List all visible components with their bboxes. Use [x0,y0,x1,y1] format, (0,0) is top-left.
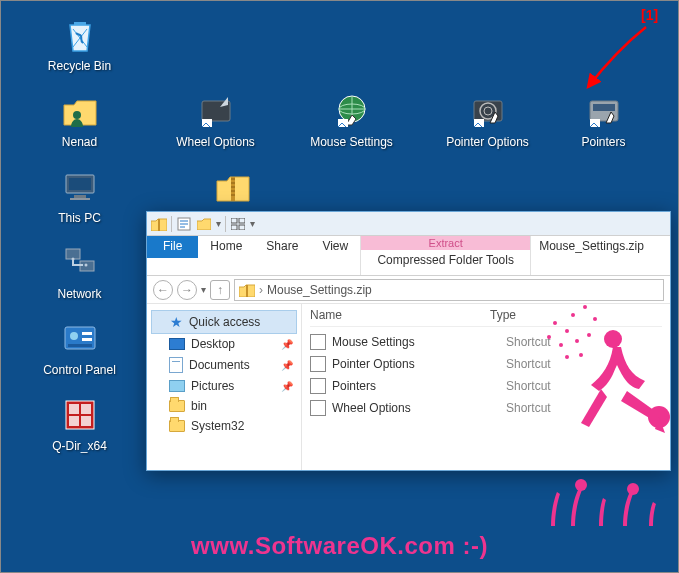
file-name: Pointer Options [332,357,506,371]
desktop-icon-mouse-settings[interactable]: Mouse Settings [309,89,394,149]
quick-access-toolbar: ▾ ▾ [147,212,670,236]
svg-point-52 [575,479,587,491]
file-icon [310,334,326,350]
annotation-marker: [1] [641,7,658,23]
explorer-window[interactable]: ▾ ▾ File Home Share View Extract Compres… [146,211,671,471]
nav-item-pictures[interactable]: Pictures 📌 [147,376,301,396]
desktop-icon-label: Recycle Bin [48,59,111,73]
ribbon-tab-share[interactable]: Share [254,236,310,258]
svg-rect-29 [593,104,615,111]
chevron-down-icon[interactable]: ▾ [250,218,255,229]
nav-item-documents[interactable]: Documents 📌 [147,354,301,376]
properties-icon[interactable] [176,216,192,232]
desktop-icon-control-panel[interactable]: Control Panel [37,317,122,377]
file-row[interactable]: Wheel Options Shortcut [310,397,662,419]
address-bar: ← → ▾ ↑ › Mouse_Settings.zip [147,276,670,304]
svg-rect-17 [69,416,79,426]
file-icon [310,378,326,394]
nav-item-label: Pictures [191,379,234,393]
ribbon-tab-view[interactable]: View [310,236,360,258]
nav-back-button[interactable]: ← [153,280,173,300]
star-icon: ★ [170,314,183,330]
desktop-icon-nenad[interactable]: Nenad [37,89,122,149]
pictures-icon [169,380,185,392]
pointers-icon [582,89,626,133]
svg-rect-15 [69,404,79,414]
nav-item-bin[interactable]: bin [147,396,301,416]
file-icon [310,356,326,372]
address-field[interactable]: › Mouse_Settings.zip [234,279,664,301]
file-row[interactable]: Pointer Options Shortcut [310,353,662,375]
nav-item-label: Quick access [189,315,260,329]
window-title: Mouse_Settings.zip [530,236,670,275]
file-row[interactable]: Pointers Shortcut [310,375,662,397]
history-chevron-icon[interactable]: ▾ [201,284,206,295]
svg-point-10 [70,332,78,340]
desktop-icon-label: Mouse Settings [310,135,393,149]
ribbon-context-tab[interactable]: Compressed Folder Tools [371,250,520,267]
zip-folder-icon [151,216,167,232]
svg-rect-35 [239,218,245,223]
desktop-icon-label: Nenad [62,135,97,149]
nav-up-button[interactable]: ↑ [210,280,230,300]
control-panel-icon [58,317,102,361]
nav-item-label: bin [191,399,207,413]
desktop-icon-network[interactable]: Network [37,241,122,301]
folder-icon [169,400,185,412]
view-options-icon[interactable] [230,216,246,232]
ribbon-file-tab[interactable]: File [147,236,198,258]
desktop-icon-label: This PC [58,211,101,225]
new-folder-icon[interactable] [196,216,212,232]
explorer-body: ★ Quick access Desktop 📌 Documents 📌 Pic… [147,304,670,470]
mouse-settings-icon [330,89,374,133]
column-header-name[interactable]: Name [310,308,490,322]
user-folder-icon [58,89,102,133]
desktop-icon-recycle-bin[interactable]: Recycle Bin [37,13,122,73]
svg-point-8 [84,264,87,267]
this-pc-icon [58,165,102,209]
separator [171,216,172,232]
svg-point-7 [71,258,74,261]
nav-forward-button[interactable]: → [177,280,197,300]
svg-rect-38 [246,285,248,297]
zip-folder-icon [239,283,255,297]
file-row[interactable]: Mouse Settings Shortcut [310,331,662,353]
nav-quick-access[interactable]: ★ Quick access [151,310,297,334]
file-icon [310,400,326,416]
ribbon: File Home Share View Extract Compressed … [147,236,670,276]
column-headers[interactable]: Name Type [310,308,662,327]
ribbon-context-title: Extract [361,236,530,250]
file-name: Pointers [332,379,506,393]
navigation-pane[interactable]: ★ Quick access Desktop 📌 Documents 📌 Pic… [147,304,302,470]
svg-rect-32 [158,219,160,231]
nav-item-label: Desktop [191,337,235,351]
desktop-icon-q-dir[interactable]: Q-Dir_x64 [37,393,122,453]
desktop-icon-label: Pointers [581,135,625,149]
svg-rect-24 [474,101,502,121]
desktop-icon-this-pc[interactable]: This PC [37,165,122,225]
svg-point-53 [627,483,639,495]
file-name: Mouse Settings [332,335,506,349]
desktop-icon-label: Pointer Options [446,135,529,149]
svg-rect-12 [82,338,92,341]
svg-rect-34 [231,218,237,223]
chevron-down-icon[interactable]: ▾ [216,218,221,229]
watermark-text: www.SoftwareOK.com :-) [1,532,678,560]
desktop-icon [169,338,185,350]
nav-item-label: System32 [191,419,244,433]
file-type: Shortcut [506,379,662,393]
zip-folder-icon [211,165,255,209]
svg-rect-11 [82,332,92,335]
ribbon-tab-home[interactable]: Home [198,236,254,258]
breadcrumb-item[interactable]: Mouse_Settings.zip [267,283,372,297]
desktop-icon-pointer-options[interactable]: Pointer Options [445,89,530,149]
content-pane[interactable]: Name Type Mouse Settings Shortcut Pointe… [302,304,670,470]
desktop-icon-wheel-options[interactable]: Wheel Options [173,89,258,149]
nav-item-desktop[interactable]: Desktop 📌 [147,334,301,354]
nav-item-system32[interactable]: System32 [147,416,301,436]
desktop-icon-label: Q-Dir_x64 [52,439,107,453]
svg-rect-31 [231,177,235,201]
svg-rect-4 [70,198,90,200]
desktop-icon-pointers[interactable]: Pointers [561,89,646,149]
column-header-type[interactable]: Type [490,308,662,322]
